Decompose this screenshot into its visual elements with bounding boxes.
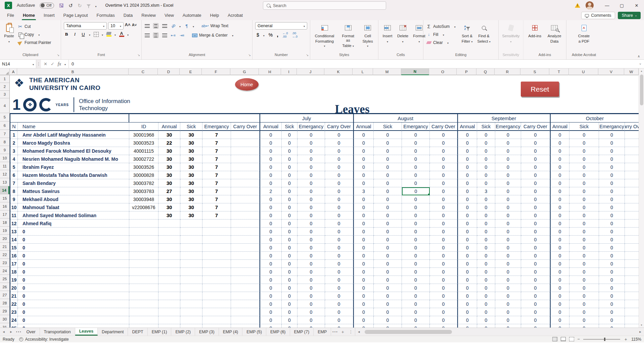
cell-month-value[interactable]: 0 (477, 179, 495, 187)
increase-decimal-icon[interactable]: ←.0.00 (282, 32, 288, 38)
cell-month-value[interactable]: 0 (599, 276, 625, 284)
row-header-31[interactable]: 31 (0, 323, 9, 328)
cell-annual[interactable] (158, 292, 180, 300)
cell-month-value[interactable]: 0 (297, 292, 325, 300)
row-header-10[interactable]: 10 (0, 154, 9, 162)
cell-month-value[interactable]: 0 (495, 228, 521, 236)
cell-month-value[interactable]: 0 (550, 252, 569, 260)
cell-month-value[interactable]: 0 (325, 260, 353, 268)
cell-month-value[interactable]: 0 (297, 236, 325, 244)
cell-sick[interactable] (180, 276, 202, 284)
sheet-tab-emp4[interactable]: EMP (4) (219, 328, 243, 336)
cell-annual[interactable] (158, 260, 180, 268)
underline-button[interactable]: U (81, 32, 86, 37)
cell-month-value[interactable]: 0 (457, 316, 477, 324)
cell-month-value[interactable]: 0 (402, 308, 430, 316)
col-header-G[interactable]: G (230, 68, 259, 75)
cell-month-value[interactable]: 0 (550, 292, 569, 300)
cell-month-value[interactable]: 0 (521, 284, 550, 292)
cell-annual[interactable] (158, 300, 180, 308)
cell-annual[interactable]: 30 (158, 211, 180, 219)
align-left-icon[interactable] (145, 34, 150, 37)
cell-month-value[interactable]: 0 (457, 276, 477, 284)
cell-month-value[interactable]: 0 (353, 236, 374, 244)
ribbon-tab-file[interactable]: File (3, 11, 18, 20)
cell-name[interactable]: Hazem Mostafa Taha Mostafa Darwish (18, 171, 129, 179)
cell-month-value[interactable]: 0 (457, 308, 477, 316)
horizontal-scroll-thumb[interactable] (365, 330, 452, 334)
name-box[interactable]: N14 (0, 60, 36, 68)
cell-month-value[interactable]: 0 (430, 292, 457, 300)
cell-month-value[interactable]: 0 (260, 284, 282, 292)
percent-button[interactable]: % (269, 32, 273, 38)
horizontal-scrollbar[interactable] (355, 328, 644, 336)
cell-month-value[interactable]: 0 (402, 131, 430, 139)
cell-carry-over[interactable] (231, 228, 260, 236)
cell-name[interactable]: 0 (18, 244, 129, 252)
cell-month-value[interactable]: 0 (374, 252, 402, 260)
cell-month-value[interactable]: 3 (477, 187, 495, 195)
delete-cells-button[interactable]: Delete (396, 22, 410, 45)
cell-month-value[interactable]: 0 (374, 316, 402, 324)
cell-month-value[interactable]: 0 (495, 163, 521, 171)
cell-month-value[interactable]: 0 (353, 268, 374, 276)
scroll-down-icon[interactable]: ▾ (641, 324, 642, 327)
row-header-7[interactable]: 7 (0, 130, 9, 138)
ribbon-tab-page-layout[interactable]: Page Layout (59, 11, 92, 20)
cell-month-value[interactable]: 0 (569, 179, 599, 187)
cell-month-value[interactable]: 0 (282, 163, 297, 171)
ribbon-tab-insert[interactable]: Insert (39, 11, 59, 20)
ribbon-tab-acrobat[interactable]: Acrobat (223, 11, 247, 20)
cell-annual[interactable] (158, 284, 180, 292)
add-ins-button[interactable]: Add-ins (527, 22, 543, 39)
cell-sick[interactable] (180, 324, 202, 328)
sheet-tab-transportation[interactable]: Transportation (40, 328, 75, 336)
vertical-scrollbar[interactable]: ▴ ▾ (639, 68, 644, 328)
col-header-A[interactable]: A (10, 68, 17, 75)
cell-month-value[interactable]: 0 (569, 139, 599, 147)
row-header-19[interactable]: 19 (0, 227, 9, 235)
cell-month-value[interactable] (625, 324, 639, 328)
cell-month-value[interactable]: 0 (521, 316, 550, 324)
sheet-tab-emp1[interactable]: EMP (1) (148, 328, 172, 336)
cell-month-value[interactable]: 0 (477, 308, 495, 316)
cell-month-value[interactable]: 0 (495, 236, 521, 244)
cell-month-value[interactable]: 0 (569, 171, 599, 179)
cell-month-value[interactable]: 0 (477, 139, 495, 147)
cell-month-value[interactable]: 0 (353, 163, 374, 171)
analyze-data-button[interactable]: AnalyzeData (546, 22, 563, 44)
collapse-ribbon-icon[interactable] (638, 54, 640, 58)
cell-month-value[interactable]: 0 (495, 308, 521, 316)
cell-name[interactable]: Mahmoud Talaat (18, 203, 129, 211)
cell-month-value[interactable]: 0 (599, 155, 625, 163)
cell-month-value[interactable]: 0 (374, 236, 402, 244)
cell-month-value[interactable]: 0 (325, 284, 353, 292)
insert-cells-button[interactable]: Insert (381, 22, 394, 45)
cell-emergancy[interactable]: 7 (202, 203, 231, 211)
col-header-P[interactable]: P (457, 68, 476, 75)
cell-month-value[interactable]: 0 (353, 155, 374, 163)
row-header-20[interactable]: 20 (0, 235, 9, 243)
cell-month-value[interactable] (625, 268, 639, 276)
row-header-25[interactable]: 25 (0, 275, 9, 283)
cell-month-value[interactable]: 0 (521, 163, 550, 171)
row-header-13[interactable]: 13 (0, 178, 9, 186)
row-header-17[interactable]: 17 (0, 210, 9, 218)
cell-month-value[interactable]: 0 (599, 244, 625, 252)
cell-month-value[interactable]: 0 (325, 187, 353, 195)
cell-carry-over[interactable] (231, 284, 260, 292)
col-header-E[interactable]: E (180, 68, 202, 75)
normal-view-icon[interactable] (552, 337, 557, 341)
cell-month-value[interactable]: 0 (569, 300, 599, 308)
cell-month-value[interactable]: 0 (599, 324, 625, 328)
cell-month-value[interactable]: 0 (402, 203, 430, 211)
cell-month-value[interactable]: 0 (282, 308, 297, 316)
cell-month-value[interactable]: 0 (430, 284, 457, 292)
cancel-icon[interactable]: ✕ (44, 61, 47, 66)
cell-name[interactable]: Matteus Sawirus (18, 187, 129, 195)
cell-month-value[interactable]: 0 (495, 171, 521, 179)
cell-month-value[interactable]: 0 (374, 244, 402, 252)
cell-month-value[interactable]: 0 (569, 292, 599, 300)
cell-n[interactable]: 9 (10, 195, 18, 203)
borders-icon[interactable] (94, 32, 99, 37)
